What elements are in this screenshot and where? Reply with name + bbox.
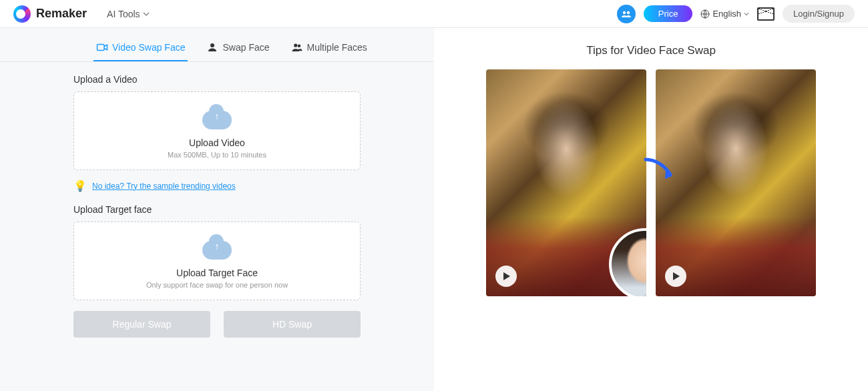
- tips-images: [486, 69, 816, 296]
- language-label: English: [712, 9, 741, 19]
- header: Remaker AI Tools Price English Login/Sig…: [0, 0, 868, 28]
- right-panel: Tips for Video Face Swap: [434, 28, 868, 391]
- upload-video-dropzone[interactable]: ↑ Upload Video Max 500MB, Up to 10 minut…: [73, 91, 361, 170]
- ai-tools-label: AI Tools: [107, 9, 140, 19]
- lightbulb-icon: 💡: [73, 179, 87, 192]
- price-button[interactable]: Price: [644, 5, 693, 22]
- chevron-down-icon: [143, 11, 150, 17]
- svg-point-1: [627, 11, 630, 13]
- community-icon[interactable]: [617, 5, 636, 23]
- login-signup-button[interactable]: Login/Signup: [783, 5, 855, 23]
- upload-face-dropzone[interactable]: ↑ Upload Target Face Only support face s…: [73, 222, 361, 300]
- language-selector[interactable]: English: [700, 9, 749, 19]
- globe-icon: [700, 9, 710, 19]
- play-icon[interactable]: [495, 266, 517, 287]
- tab-video-swap-face[interactable]: Video Swap Face: [93, 36, 188, 61]
- upload-video-label: Upload a Video: [73, 74, 361, 85]
- logo-icon: [13, 5, 31, 23]
- main: Video Swap Face Swap Face Multiple Faces…: [0, 28, 868, 391]
- tab-label: Multiple Faces: [307, 42, 367, 53]
- chevron-down-icon: [744, 11, 749, 17]
- people-icon: [291, 41, 303, 53]
- video-icon: [96, 41, 108, 53]
- swap-buttons: Regular Swap HD Swap: [73, 311, 361, 338]
- logo[interactable]: Remaker: [13, 5, 87, 23]
- upload-video-title: Upload Video: [81, 137, 353, 148]
- tabs: Video Swap Face Swap Face Multiple Faces: [0, 28, 434, 62]
- svg-rect-3: [97, 45, 105, 51]
- hd-swap-button[interactable]: HD Swap: [224, 311, 361, 338]
- sample-videos-link[interactable]: No idea? Try the sample trending videos: [92, 181, 236, 191]
- mail-icon[interactable]: [757, 7, 775, 21]
- svg-point-5: [294, 43, 297, 47]
- regular-swap-button[interactable]: Regular Swap: [73, 311, 210, 338]
- tip-image-before: [486, 69, 646, 296]
- ai-tools-dropdown[interactable]: AI Tools: [107, 9, 150, 19]
- tab-swap-face[interactable]: Swap Face: [204, 36, 272, 61]
- cloud-upload-icon: ↑: [197, 105, 237, 132]
- person-icon: [206, 41, 218, 53]
- tab-label: Swap Face: [222, 42, 269, 53]
- tab-label: Video Swap Face: [112, 42, 185, 53]
- cloud-upload-icon: ↑: [197, 236, 237, 262]
- left-panel: Video Swap Face Swap Face Multiple Faces…: [0, 28, 434, 391]
- svg-point-4: [210, 43, 214, 47]
- tip-image-after: [656, 69, 816, 296]
- hint-row: 💡 No idea? Try the sample trending video…: [73, 179, 361, 192]
- inset-face-avatar: [609, 228, 646, 296]
- swap-arrow-icon: [642, 156, 676, 183]
- tips-title: Tips for Video Face Swap: [586, 44, 716, 57]
- upload-video-sub: Max 500MB, Up to 10 minutes: [81, 151, 353, 159]
- play-icon[interactable]: [665, 266, 686, 287]
- upload-face-title: Upload Target Face: [81, 268, 353, 278]
- brand-name: Remaker: [36, 7, 87, 21]
- upload-face-label: Upload Target face: [73, 204, 361, 215]
- header-right: Price English Login/Signup: [617, 5, 855, 23]
- svg-point-0: [623, 11, 626, 13]
- upload-face-sub: Only support face swap for one person no…: [81, 281, 353, 289]
- svg-point-6: [297, 45, 300, 48]
- left-content: Upload a Video ↑ Upload Video Max 500MB,…: [0, 62, 434, 338]
- tab-multiple-faces[interactable]: Multiple Faces: [288, 36, 370, 61]
